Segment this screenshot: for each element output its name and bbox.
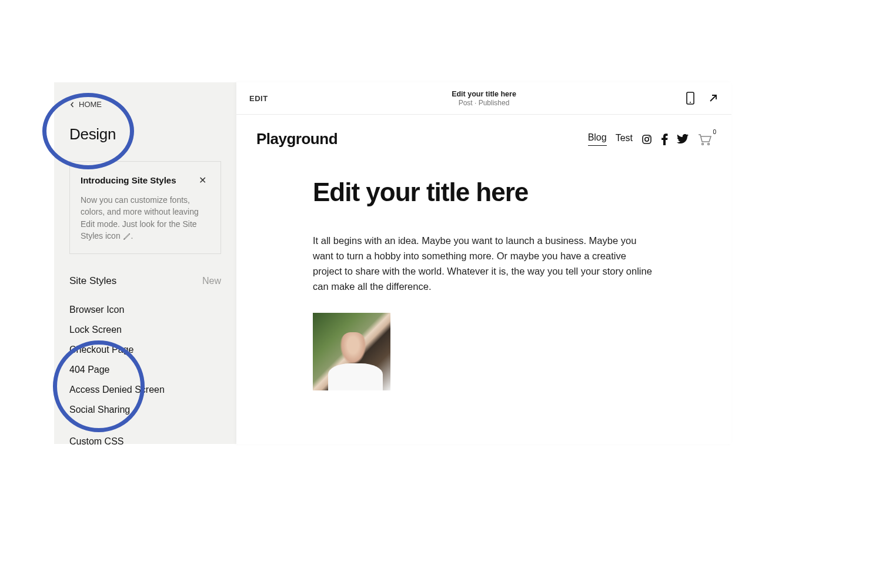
instagram-icon[interactable] xyxy=(642,134,652,145)
intro-card-body: Now you can customize fonts, colors, and… xyxy=(81,194,210,243)
paintbrush-icon xyxy=(123,231,131,243)
preview-content: Playground Blog Test 0 xyxy=(236,115,731,444)
app-frame: HOME Design Introducing Site Styles ✕ No… xyxy=(54,82,731,444)
intro-card-title: Introducing Site Styles xyxy=(81,175,176,185)
facebook-icon[interactable] xyxy=(661,133,668,145)
open-external-icon[interactable] xyxy=(708,93,719,103)
sidebar-item-access-denied[interactable]: Access Denied Screen xyxy=(69,380,221,400)
svg-point-5 xyxy=(702,143,704,145)
sidebar-item-label: Custom CSS xyxy=(69,436,123,447)
post-area: Edit your title here It all begins with … xyxy=(236,154,731,390)
sidebar-item-label: Checkout Page xyxy=(69,345,133,355)
edit-button[interactable]: EDIT xyxy=(249,94,268,103)
sidebar-item-social-sharing[interactable]: Social Sharing xyxy=(69,400,221,420)
site-nav: Blog Test 0 xyxy=(588,132,711,146)
toolbar-title: Edit your title here xyxy=(452,90,516,98)
site-header: Playground Blog Test 0 xyxy=(236,115,731,154)
post-image[interactable] xyxy=(313,313,390,390)
intro-body-post: . xyxy=(131,231,133,240)
toolbar-subtitle: Post · Published xyxy=(452,99,516,107)
sidebar-item-label: Site Styles xyxy=(69,275,116,287)
site-name[interactable]: Playground xyxy=(256,130,338,148)
sidebar-item-label: Browser Icon xyxy=(69,305,124,315)
close-icon[interactable]: ✕ xyxy=(195,173,210,187)
intro-body-pre: Now you can customize fonts, colors, and… xyxy=(81,195,199,240)
cart-icon[interactable]: 0 xyxy=(697,133,711,145)
chevron-left-icon xyxy=(69,102,75,108)
svg-point-4 xyxy=(649,136,650,137)
sidebar-item-label: 404 Page xyxy=(69,365,110,375)
panel-title: Design xyxy=(69,125,221,143)
sidebar-item-checkout-page[interactable]: Checkout Page xyxy=(69,340,221,360)
post-body[interactable]: It all begins with an idea. Maybe you wa… xyxy=(313,233,655,294)
toolbar-center: Edit your title here Post · Published xyxy=(452,90,516,107)
nav-link-blog[interactable]: Blog xyxy=(588,132,607,146)
toolbar-right xyxy=(686,92,719,105)
sidebar-item-404-page[interactable]: 404 Page xyxy=(69,360,221,380)
sidebar-item-site-styles[interactable]: Site Styles New xyxy=(69,270,221,292)
back-label: HOME xyxy=(79,100,102,109)
new-badge: New xyxy=(202,276,221,286)
sidebar-item-browser-icon[interactable]: Browser Icon xyxy=(69,300,221,320)
post-title[interactable]: Edit your title here xyxy=(313,178,655,207)
preview-panel: EDIT Edit your title here Post · Publish… xyxy=(236,82,731,444)
intro-card: Introducing Site Styles ✕ Now you can cu… xyxy=(69,161,221,254)
sidebar-item-label: Lock Screen xyxy=(69,325,122,335)
preview-toolbar: EDIT Edit your title here Post · Publish… xyxy=(236,82,731,115)
twitter-icon[interactable] xyxy=(677,134,689,144)
svg-point-6 xyxy=(708,143,710,145)
back-link[interactable]: HOME xyxy=(69,100,221,109)
mobile-preview-icon[interactable] xyxy=(686,92,695,105)
sidebar-item-custom-css[interactable]: Custom CSS xyxy=(69,432,221,452)
intro-card-header: Introducing Site Styles ✕ xyxy=(81,173,210,187)
cart-count: 0 xyxy=(713,129,716,135)
svg-point-1 xyxy=(690,102,691,103)
nav-link-test[interactable]: Test xyxy=(616,133,633,146)
design-sidebar: HOME Design Introducing Site Styles ✕ No… xyxy=(54,82,236,444)
sidebar-item-label: Access Denied Screen xyxy=(69,385,165,395)
sidebar-item-label: Social Sharing xyxy=(69,405,130,415)
sidebar-item-lock-screen[interactable]: Lock Screen xyxy=(69,320,221,340)
svg-point-3 xyxy=(645,137,649,141)
